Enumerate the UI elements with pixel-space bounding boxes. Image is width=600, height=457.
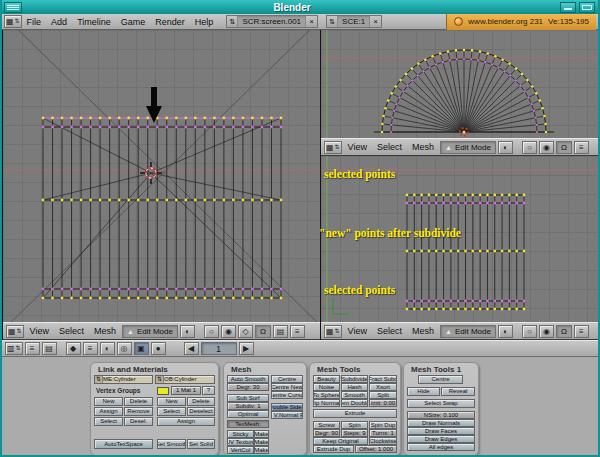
subsurf-button[interactable]: Sub Surf bbox=[227, 394, 269, 402]
steps-field[interactable]: Steps: 9 bbox=[341, 429, 368, 437]
panel-align-button[interactable]: ▤ bbox=[42, 342, 57, 355]
double-sided-button[interactable]: Double Sided bbox=[271, 403, 303, 411]
turns-field[interactable]: Turns: 1 bbox=[369, 429, 397, 437]
viewport-front[interactable] bbox=[3, 30, 320, 322]
sticky-make-button[interactable]: Make bbox=[254, 430, 269, 438]
window-maximize-button[interactable] bbox=[579, 2, 595, 13]
vertcol-button[interactable]: VertCol bbox=[227, 446, 254, 454]
nsize-field[interactable]: NSize: 0.100 bbox=[407, 411, 475, 419]
to-sphere-button[interactable]: To Sphere bbox=[313, 391, 340, 399]
shading-context-button[interactable]: ◐ bbox=[100, 342, 115, 355]
subdivide-button[interactable]: Subdivide bbox=[341, 375, 368, 383]
uvtexture-button[interactable]: UV Texture bbox=[227, 438, 254, 446]
set-smooth-button[interactable]: Set Smooth bbox=[157, 439, 186, 449]
pivot-center-button[interactable]: ◉ bbox=[221, 325, 236, 338]
menu-select[interactable]: Select bbox=[373, 142, 406, 152]
vgroup-select-button[interactable]: Select bbox=[94, 417, 123, 426]
menu-add[interactable]: Add bbox=[46, 15, 72, 29]
screw-button[interactable]: Screw bbox=[313, 421, 340, 429]
logic-context-button[interactable]: ◆ bbox=[66, 342, 81, 355]
sticky-button[interactable]: Sticky bbox=[227, 430, 254, 438]
screen-selector[interactable]: ⇅ SCR:screen.001 × bbox=[226, 15, 318, 28]
draw-faces-button[interactable]: Draw Faces bbox=[407, 427, 475, 435]
mode-select[interactable]: ▲ Edit Mode bbox=[440, 141, 496, 154]
viewport-editor-type-button[interactable]: ▦ ⇅ bbox=[324, 141, 342, 154]
menu-view[interactable]: View bbox=[344, 326, 371, 336]
vgroup-remove-button[interactable]: Remove bbox=[124, 407, 153, 416]
info-editor-type-button[interactable]: ▦ ⇅ bbox=[4, 15, 22, 28]
grid-toggle-button[interactable]: ▤ bbox=[273, 325, 288, 338]
beauty-button[interactable]: Beauty bbox=[313, 375, 340, 383]
fract-subd-button[interactable]: Fract Subd bbox=[369, 375, 397, 383]
menu-file[interactable]: File bbox=[22, 15, 47, 29]
autotexspace-button[interactable]: AutoTexSpace bbox=[94, 439, 153, 449]
no-vnormal-flip-button[interactable]: No V.Normal Flip bbox=[271, 411, 303, 419]
noise-button[interactable]: Noise bbox=[313, 383, 340, 391]
hide-button[interactable]: Hide bbox=[407, 387, 440, 396]
menu-select[interactable]: Select bbox=[373, 326, 406, 336]
viewport-editor-type-button[interactable]: ▦ ⇅ bbox=[6, 325, 24, 338]
menu-select[interactable]: Select bbox=[55, 326, 88, 336]
auto-smooth-button[interactable]: Auto Smooth bbox=[227, 375, 269, 383]
pivot-center-button[interactable]: ◉ bbox=[539, 141, 554, 154]
xsort-button[interactable]: Xsort bbox=[369, 383, 397, 391]
header-menu-button[interactable]: ≡ bbox=[290, 325, 305, 338]
panel-title[interactable]: Mesh bbox=[224, 363, 306, 374]
screen-unlink-button[interactable]: × bbox=[305, 16, 317, 27]
vgroup-assign-button[interactable]: Assign bbox=[94, 407, 123, 416]
pivot-center-button[interactable]: ◉ bbox=[539, 325, 554, 338]
datablock-browse-icon[interactable]: ⇅ bbox=[95, 376, 103, 383]
material-delete-button[interactable]: Delete bbox=[187, 397, 215, 406]
header-menu-button[interactable]: ≡ bbox=[574, 141, 589, 154]
select-swap-button[interactable]: Select Swap bbox=[407, 399, 475, 408]
menu-game[interactable]: Game bbox=[116, 15, 151, 29]
reveal-button[interactable]: Reveal bbox=[441, 387, 475, 396]
pivot-ring-button[interactable]: ○ bbox=[522, 325, 537, 338]
menu-view[interactable]: View bbox=[26, 326, 53, 336]
menu-help[interactable]: Help bbox=[190, 15, 219, 29]
scene-context-button[interactable]: ● bbox=[151, 342, 166, 355]
vgroup-delete-button[interactable]: Delete bbox=[124, 397, 153, 406]
set-solid-button[interactable]: Set Solid bbox=[187, 439, 215, 449]
vgroup-deselect-button[interactable]: Desel. bbox=[124, 417, 153, 426]
limit-field[interactable]: Limit: 0.001 bbox=[369, 399, 397, 407]
screen-browse-icon[interactable]: ⇅ bbox=[227, 16, 238, 27]
viewport-shading-select[interactable]: ◐ bbox=[498, 325, 513, 338]
panel-title[interactable]: Mesh Tools bbox=[310, 363, 400, 374]
rem-doubles-button[interactable]: Rem Doubles bbox=[341, 399, 368, 407]
extrude-dup-button[interactable]: Extrude Dup bbox=[313, 445, 354, 453]
viewport-shading-select[interactable]: ◐ bbox=[498, 141, 513, 154]
optimal-button[interactable]: Optimal bbox=[227, 410, 269, 418]
menu-render[interactable]: Render bbox=[150, 15, 190, 29]
spin-button[interactable]: Spin bbox=[341, 421, 368, 429]
window-menu-button[interactable] bbox=[4, 2, 22, 13]
panels-menu-button[interactable]: ≡ bbox=[25, 342, 40, 355]
spin-dup-button[interactable]: Spin Dup bbox=[369, 421, 397, 429]
draw-edges-button[interactable]: Draw Edges bbox=[407, 435, 475, 443]
offset-field[interactable]: Offset: 1.000 bbox=[355, 445, 397, 453]
hash-button[interactable]: Hash bbox=[341, 383, 368, 391]
viewport-shading-select[interactable]: ◐ bbox=[180, 325, 195, 338]
centre-button[interactable]: Centre bbox=[271, 375, 303, 383]
viewport-side[interactable] bbox=[321, 156, 600, 322]
centre-cursor-button[interactable]: Centre Cursor bbox=[271, 391, 303, 399]
material-help-button[interactable]: ? bbox=[202, 386, 215, 395]
scene-unlink-button[interactable]: × bbox=[369, 16, 381, 27]
degr-field[interactable]: Degr: 30 bbox=[227, 383, 269, 391]
centre-new-button[interactable]: Centre New bbox=[271, 383, 303, 391]
draw-normals-button[interactable]: Draw Normals bbox=[407, 419, 475, 427]
all-edges-button[interactable]: All edges bbox=[407, 443, 475, 451]
frame-next-button[interactable]: ▶ bbox=[239, 342, 254, 355]
texmesh-field[interactable]: TexMesh: bbox=[227, 420, 269, 428]
object-datablock-field[interactable]: ⇅ OB:Cylinder bbox=[155, 375, 215, 384]
extrude-button[interactable]: Extrude bbox=[313, 409, 397, 418]
vertcol-make-button[interactable]: Make bbox=[254, 446, 269, 454]
material-assign-button[interactable]: Assign bbox=[157, 417, 215, 426]
material-new-button[interactable]: New bbox=[157, 397, 186, 406]
mesh-datablock-field[interactable]: ⇅ ME:Cylinder bbox=[94, 375, 153, 384]
rotation-mode-select[interactable]: Ω bbox=[255, 325, 271, 338]
panel-title[interactable]: Mesh Tools 1 bbox=[404, 363, 478, 374]
subdiv-field[interactable]: Subdiv: 1 bbox=[227, 402, 269, 410]
split-button[interactable]: Split bbox=[369, 391, 397, 399]
pivot-median-button[interactable]: ◇ bbox=[238, 325, 253, 338]
